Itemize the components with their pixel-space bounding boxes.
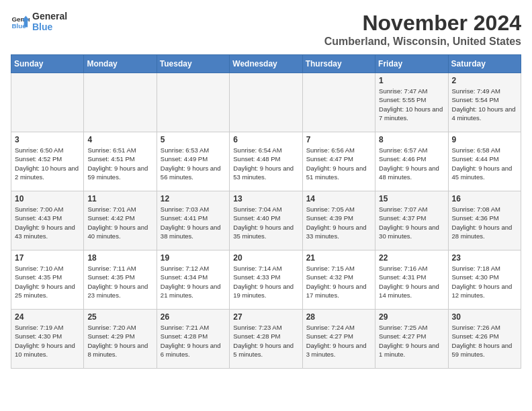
day-info: Sunrise: 7:24 AM Sunset: 4:27 PM Dayligh…: [306, 323, 371, 359]
day-cell: 29Sunrise: 7:25 AM Sunset: 4:27 PM Dayli…: [375, 310, 448, 369]
day-info: Sunrise: 7:19 AM Sunset: 4:30 PM Dayligh…: [15, 323, 80, 359]
day-number: 16: [452, 194, 517, 203]
day-number: 27: [233, 312, 298, 322]
week-row-2: 10Sunrise: 7:00 AM Sunset: 4:43 PM Dayli…: [11, 191, 521, 250]
day-info: Sunrise: 7:21 AM Sunset: 4:28 PM Dayligh…: [161, 323, 226, 359]
day-number: 20: [233, 253, 298, 263]
day-cell: [157, 73, 229, 132]
day-info: Sunrise: 7:05 AM Sunset: 4:39 PM Dayligh…: [306, 205, 371, 240]
day-info: Sunrise: 7:10 AM Sunset: 4:35 PM Dayligh…: [15, 264, 80, 300]
day-info: Sunrise: 7:11 AM Sunset: 4:35 PM Dayligh…: [87, 264, 152, 300]
day-cell: 28Sunrise: 7:24 AM Sunset: 4:27 PM Dayli…: [302, 310, 375, 369]
day-info: Sunrise: 7:20 AM Sunset: 4:29 PM Dayligh…: [87, 323, 152, 359]
header-cell-thursday: Thursday: [302, 55, 375, 73]
day-cell: 15Sunrise: 7:07 AM Sunset: 4:37 PM Dayli…: [375, 191, 448, 250]
month-title: November 2024: [324, 11, 521, 36]
day-cell: 26Sunrise: 7:21 AM Sunset: 4:28 PM Dayli…: [157, 310, 229, 369]
day-number: 12: [161, 194, 226, 203]
day-cell: 9Sunrise: 6:58 AM Sunset: 4:44 PM Daylig…: [448, 132, 521, 191]
header-cell-saturday: Saturday: [448, 55, 521, 73]
day-number: 19: [161, 253, 226, 263]
day-info: Sunrise: 7:23 AM Sunset: 4:28 PM Dayligh…: [233, 323, 298, 359]
location-title: Cumberland, Wisconsin, United States: [324, 36, 521, 48]
day-cell: [302, 73, 375, 132]
day-number: 21: [306, 253, 371, 263]
day-number: 17: [15, 253, 80, 263]
day-number: 10: [15, 194, 80, 203]
day-number: 8: [379, 135, 444, 144]
day-number: 13: [233, 194, 298, 203]
day-number: 22: [379, 253, 444, 263]
day-cell: 14Sunrise: 7:05 AM Sunset: 4:39 PM Dayli…: [302, 191, 375, 250]
day-cell: 30Sunrise: 7:26 AM Sunset: 4:26 PM Dayli…: [448, 310, 521, 369]
day-cell: [11, 73, 84, 132]
day-info: Sunrise: 7:12 AM Sunset: 4:34 PM Dayligh…: [161, 264, 226, 300]
calendar-header: SundayMondayTuesdayWednesdayThursdayFrid…: [11, 55, 521, 73]
day-cell: 19Sunrise: 7:12 AM Sunset: 4:34 PM Dayli…: [157, 250, 229, 310]
day-cell: 4Sunrise: 6:51 AM Sunset: 4:51 PM Daylig…: [84, 132, 157, 191]
day-cell: 17Sunrise: 7:10 AM Sunset: 4:35 PM Dayli…: [11, 250, 84, 310]
day-info: Sunrise: 7:14 AM Sunset: 4:33 PM Dayligh…: [233, 264, 298, 300]
day-info: Sunrise: 7:04 AM Sunset: 4:40 PM Dayligh…: [233, 205, 298, 240]
day-cell: [84, 73, 157, 132]
day-number: 1: [379, 76, 444, 85]
logo-icon: General Blue: [11, 12, 30, 31]
day-cell: 20Sunrise: 7:14 AM Sunset: 4:33 PM Dayli…: [230, 250, 302, 310]
day-info: Sunrise: 7:25 AM Sunset: 4:27 PM Dayligh…: [379, 323, 444, 359]
day-number: 23: [452, 253, 517, 263]
header-row: SundayMondayTuesdayWednesdayThursdayFrid…: [11, 55, 521, 73]
day-cell: 8Sunrise: 6:57 AM Sunset: 4:46 PM Daylig…: [375, 132, 448, 191]
title-block: November 2024 Cumberland, Wisconsin, Uni…: [324, 11, 521, 48]
day-number: 29: [379, 312, 444, 322]
day-info: Sunrise: 7:47 AM Sunset: 5:55 PM Dayligh…: [379, 87, 444, 122]
day-info: Sunrise: 6:56 AM Sunset: 4:47 PM Dayligh…: [306, 146, 371, 181]
day-cell: 2Sunrise: 7:49 AM Sunset: 5:54 PM Daylig…: [448, 73, 521, 132]
week-row-3: 17Sunrise: 7:10 AM Sunset: 4:35 PM Dayli…: [11, 250, 521, 310]
day-info: Sunrise: 7:08 AM Sunset: 4:36 PM Dayligh…: [452, 205, 517, 240]
day-number: 28: [306, 312, 371, 322]
week-row-4: 24Sunrise: 7:19 AM Sunset: 4:30 PM Dayli…: [11, 310, 521, 369]
day-cell: 18Sunrise: 7:11 AM Sunset: 4:35 PM Dayli…: [84, 250, 157, 310]
day-number: 14: [306, 194, 371, 203]
header-cell-sunday: Sunday: [11, 55, 84, 73]
calendar-body: 1Sunrise: 7:47 AM Sunset: 5:55 PM Daylig…: [11, 73, 521, 369]
day-number: 25: [87, 312, 152, 322]
day-number: 2: [452, 76, 517, 85]
day-number: 4: [87, 135, 152, 144]
logo: General Blue General Blue: [11, 11, 67, 32]
header-cell-friday: Friday: [375, 55, 448, 73]
day-number: 18: [87, 253, 152, 263]
header-cell-tuesday: Tuesday: [157, 55, 229, 73]
day-info: Sunrise: 7:26 AM Sunset: 4:26 PM Dayligh…: [452, 323, 517, 359]
logo-text-general: General: [32, 11, 67, 21]
day-cell: 10Sunrise: 7:00 AM Sunset: 4:43 PM Dayli…: [11, 191, 84, 250]
day-number: 9: [452, 135, 517, 144]
day-number: 26: [161, 312, 226, 322]
day-cell: 7Sunrise: 6:56 AM Sunset: 4:47 PM Daylig…: [302, 132, 375, 191]
header-cell-wednesday: Wednesday: [230, 55, 302, 73]
day-cell: 6Sunrise: 6:54 AM Sunset: 4:48 PM Daylig…: [230, 132, 302, 191]
day-info: Sunrise: 6:57 AM Sunset: 4:46 PM Dayligh…: [379, 146, 444, 181]
day-cell: 24Sunrise: 7:19 AM Sunset: 4:30 PM Dayli…: [11, 310, 84, 369]
day-info: Sunrise: 7:00 AM Sunset: 4:43 PM Dayligh…: [15, 205, 80, 240]
day-cell: 25Sunrise: 7:20 AM Sunset: 4:29 PM Dayli…: [84, 310, 157, 369]
day-cell: 27Sunrise: 7:23 AM Sunset: 4:28 PM Dayli…: [230, 310, 302, 369]
day-info: Sunrise: 7:01 AM Sunset: 4:42 PM Dayligh…: [87, 205, 152, 240]
day-cell: [230, 73, 302, 132]
day-cell: 22Sunrise: 7:16 AM Sunset: 4:31 PM Dayli…: [375, 250, 448, 310]
day-cell: 21Sunrise: 7:15 AM Sunset: 4:32 PM Dayli…: [302, 250, 375, 310]
day-cell: 5Sunrise: 6:53 AM Sunset: 4:49 PM Daylig…: [157, 132, 229, 191]
day-number: 5: [161, 135, 226, 144]
page-header: General Blue General Blue November 2024 …: [11, 11, 521, 48]
logo-text-blue: Blue: [32, 21, 67, 32]
day-info: Sunrise: 6:51 AM Sunset: 4:51 PM Dayligh…: [87, 146, 152, 181]
day-info: Sunrise: 7:18 AM Sunset: 4:30 PM Dayligh…: [452, 264, 517, 300]
week-row-0: 1Sunrise: 7:47 AM Sunset: 5:55 PM Daylig…: [11, 73, 521, 132]
day-cell: 16Sunrise: 7:08 AM Sunset: 4:36 PM Dayli…: [448, 191, 521, 250]
day-number: 24: [15, 312, 80, 322]
week-row-1: 3Sunrise: 6:50 AM Sunset: 4:52 PM Daylig…: [11, 132, 521, 191]
day-number: 15: [379, 194, 444, 203]
day-number: 30: [452, 312, 517, 322]
day-info: Sunrise: 6:58 AM Sunset: 4:44 PM Dayligh…: [452, 146, 517, 181]
day-cell: 13Sunrise: 7:04 AM Sunset: 4:40 PM Dayli…: [230, 191, 302, 250]
